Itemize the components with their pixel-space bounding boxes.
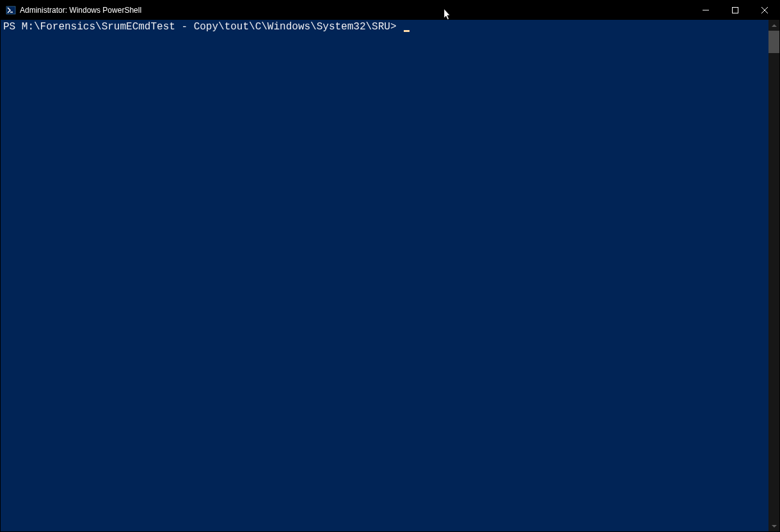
scroll-up-arrow-icon[interactable] [768,20,779,31]
scroll-track[interactable] [768,31,779,520]
close-button[interactable] [750,1,779,20]
titlebar-left: Administrator: Windows PowerShell [1,5,141,15]
scroll-down-arrow-icon[interactable] [768,520,779,531]
minimize-button[interactable] [691,1,720,20]
powershell-icon [6,5,16,15]
cursor [404,30,410,32]
scroll-thumb[interactable] [768,31,779,53]
svg-rect-3 [733,8,738,13]
powershell-window: Administrator: Windows PowerShell PS M:\… [0,0,780,532]
maximize-button[interactable] [720,1,750,20]
terminal-output[interactable]: PS M:\Forensics\SrumECmdTest - Copy\tout… [1,20,768,531]
prompt: PS M:\Forensics\SrumECmdTest - Copy\tout… [3,21,402,33]
titlebar[interactable]: Administrator: Windows PowerShell [1,1,779,20]
window-title: Administrator: Windows PowerShell [20,6,141,15]
vertical-scrollbar[interactable] [768,20,779,531]
window-controls [691,1,779,20]
terminal-container: PS M:\Forensics\SrumECmdTest - Copy\tout… [1,20,779,531]
